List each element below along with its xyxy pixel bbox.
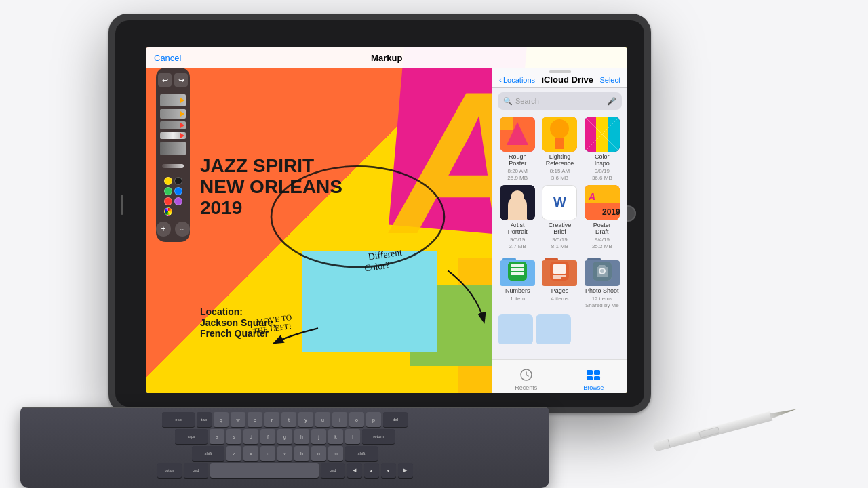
key-space[interactable] — [210, 463, 319, 478]
file-thumb-creative-brief: W — [542, 185, 577, 220]
key-j[interactable]: j — [311, 429, 326, 444]
tab-recents[interactable]: Recents — [492, 363, 560, 391]
key-shift-right[interactable]: shift — [345, 446, 378, 461]
keyboard-row-2: caps a s d f g h j k l return — [28, 429, 541, 444]
key-o[interactable]: o — [349, 412, 364, 427]
file-name-artist-portrait: ArtistPortrait — [508, 222, 528, 235]
ipad-outer: Cancel Markup A — [108, 14, 651, 413]
key-n[interactable]: n — [311, 446, 326, 461]
undo-button[interactable]: ↩ — [158, 73, 172, 87]
key-h[interactable]: h — [294, 429, 309, 444]
key-z[interactable]: z — [226, 446, 241, 461]
svg-rect-28 — [511, 272, 515, 275]
folder-name-pages: Pages — [551, 287, 569, 294]
color-rainbow[interactable] — [164, 207, 172, 216]
key-escape[interactable]: esc — [162, 412, 195, 427]
svg-rect-27 — [515, 268, 524, 271]
key-tab[interactable]: tab — [197, 412, 212, 427]
file-item-creative-brief[interactable]: W CreativeBrief 9/5/198.1 MB — [540, 185, 579, 251]
opacity-slider[interactable] — [162, 164, 184, 168]
keyboard-hinge — [20, 407, 549, 408]
folder-icon-photoshoot — [585, 256, 620, 286]
key-t[interactable]: t — [281, 412, 296, 427]
key-g[interactable]: g — [277, 429, 292, 444]
key-cmd-right[interactable]: cmd — [321, 463, 345, 478]
key-w[interactable]: w — [231, 412, 245, 427]
key-f[interactable]: f — [260, 429, 275, 444]
redo-button[interactable]: ↪ — [174, 73, 188, 87]
key-q[interactable]: q — [214, 412, 229, 427]
color-row-2 — [164, 187, 182, 195]
key-left[interactable]: ◀ — [347, 463, 362, 478]
locations-label[interactable]: Locations — [503, 76, 535, 84]
color-green[interactable] — [164, 187, 172, 195]
key-right[interactable]: ▶ — [398, 463, 413, 478]
markup-top-bar: Cancel Markup — [146, 47, 627, 68]
key-v[interactable]: v — [277, 446, 292, 461]
key-shift-left[interactable]: shift — [192, 446, 224, 461]
key-cmd-left[interactable]: cmd — [184, 463, 208, 478]
icloud-back-button[interactable]: ‹ Locations — [499, 75, 535, 85]
key-d[interactable]: d — [243, 429, 258, 444]
icloud-panel: ‹ Locations iCloud Drive Select 🔍 Search… — [492, 68, 627, 393]
key-up[interactable]: ▲ — [364, 463, 379, 478]
svg-rect-24 — [511, 264, 515, 267]
pen-tool-2[interactable] — [160, 109, 186, 119]
icloud-tab-bar: Recents — [492, 359, 627, 393]
pen-tool-5[interactable] — [160, 142, 186, 155]
file-item-rough-poster[interactable]: RoughPoster 8:20 AM25.9 MB — [498, 117, 537, 182]
tab-browse[interactable]: Browse — [560, 363, 628, 391]
key-e[interactable]: e — [248, 412, 262, 427]
key-option[interactable]: option — [157, 463, 182, 478]
key-s[interactable]: s — [226, 429, 241, 444]
key-delete[interactable]: del — [383, 412, 408, 427]
key-l[interactable]: l — [345, 429, 360, 444]
file-meta-lighting: 8:15 AM3.6 MB — [550, 168, 570, 182]
key-r[interactable]: r — [264, 412, 279, 427]
key-b[interactable]: b — [294, 446, 309, 461]
key-x[interactable]: x — [243, 446, 258, 461]
key-u[interactable]: u — [315, 412, 330, 427]
icloud-search-bar[interactable]: 🔍 Search 🎤 — [498, 92, 622, 110]
key-i[interactable]: i — [332, 412, 347, 427]
color-blue[interactable] — [174, 187, 182, 195]
color-purple[interactable] — [174, 197, 182, 205]
folder-item-numbers[interactable]: Numbers 1 item — [498, 256, 537, 310]
file-name-rough-poster: RoughPoster — [509, 153, 527, 167]
more-tools-button[interactable]: ··· — [175, 222, 190, 237]
side-button[interactable] — [121, 195, 123, 215]
file-item-poster-draft[interactable]: A 2019 PosterDraft 9/4/1925.2 MB — [583, 185, 622, 251]
key-a[interactable]: a — [210, 429, 224, 444]
pen-tool-1[interactable] — [160, 94, 186, 106]
key-p[interactable]: p — [366, 412, 381, 427]
key-y[interactable]: y — [298, 412, 313, 427]
key-return[interactable]: return — [362, 429, 395, 444]
key-down[interactable]: ▼ — [381, 463, 396, 478]
color-red[interactable] — [164, 197, 172, 205]
cancel-button[interactable]: Cancel — [154, 53, 181, 63]
key-caps[interactable]: caps — [175, 429, 208, 444]
microphone-icon[interactable]: 🎤 — [607, 97, 616, 106]
empty-folder-1 — [498, 314, 533, 344]
svg-rect-39 — [594, 370, 600, 375]
color-black[interactable] — [174, 177, 182, 185]
folder-icon-numbers — [500, 256, 535, 286]
pen-tool-3[interactable] — [160, 121, 186, 129]
keyboard-row-function: esc tab q w e r t y u i o p del — [28, 412, 541, 427]
file-item-color-inspo[interactable]: ColorInspo 9/8/1936.6 MB — [583, 117, 622, 182]
photoshoot-app-icon — [593, 262, 612, 281]
file-item-artist-portrait[interactable]: ArtistPortrait 9/5/193.7 MB — [498, 185, 537, 251]
key-c[interactable]: c — [260, 446, 275, 461]
key-m[interactable]: m — [328, 446, 343, 461]
file-item-lighting[interactable]: LightingReference 8:15 AM3.6 MB — [540, 117, 579, 182]
pen-tool-4[interactable] — [160, 132, 186, 139]
location-label: Location: — [200, 306, 275, 317]
key-k[interactable]: k — [328, 429, 343, 444]
file-thumb-rough-poster — [500, 117, 535, 152]
color-yellow[interactable] — [164, 177, 172, 185]
folder-item-pages[interactable]: Pages 4 items — [540, 256, 579, 310]
file-name-color-inspo: ColorInspo — [595, 153, 610, 167]
folder-item-photoshoot[interactable]: Photo Shoot 12 itemsShared by Me — [583, 256, 622, 310]
add-tool-button[interactable]: + — [156, 222, 171, 237]
icloud-select-button[interactable]: Select — [599, 76, 620, 84]
